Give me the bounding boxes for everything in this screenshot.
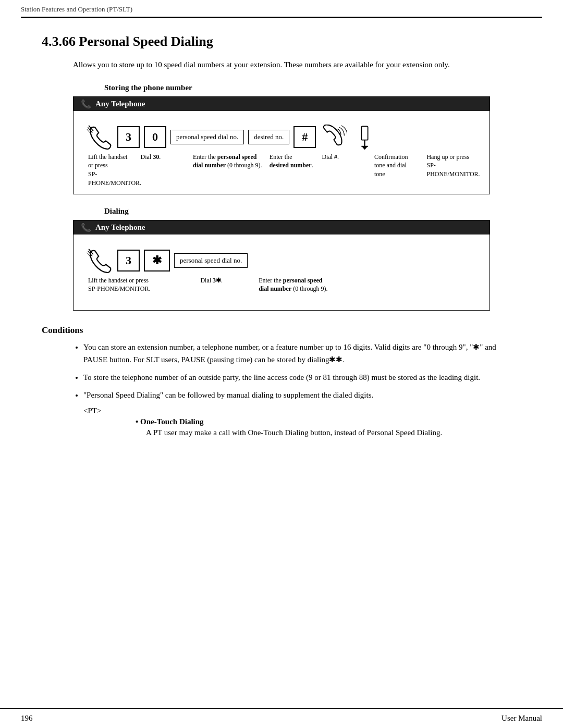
store-subsection-title: Storing the phone number [104,83,521,92]
dial-label-personal: personal speed dial no. [174,253,248,268]
svg-rect-0 [362,126,368,140]
dial-diagram-box: 📞 Any Telephone 3 ✱ personal speed dial … [73,220,490,311]
dial-key-3: 3 [117,250,140,272]
store-icons-row: 3 0 personal speed dial no. desired no. … [74,117,489,152]
page-number: 196 [21,714,33,723]
dial-caption-2: Enter the personal speeddial number (0 t… [256,276,477,294]
intro-text: Allows you to store up to 10 speed dial … [73,59,521,71]
store-caption-4: Dial #. [320,153,372,188]
store-captions-row: Lift the handsetor pressSP-PHONE/MONITOR… [74,152,489,188]
condition-item-1: To store the telephone number of an outs… [83,371,521,384]
phone-icon-dial: 📞 [81,223,91,232]
store-caption-0: Lift the handsetor pressSP-PHONE/MONITOR… [86,153,139,188]
store-key-3: 3 [117,126,140,148]
pt-section: <PT> • One-Touch Dialing A PT user may m… [83,406,521,439]
condition-item-2: "Personal Speed Dialing" can be followed… [83,389,521,401]
store-caption-2: Enter the personal speeddial number (0 t… [191,153,267,188]
one-touch-title: • One-Touch Dialing [136,417,521,426]
store-diagram-box: 📞 Any Telephone 3 0 personal speed dial … [73,96,490,194]
store-caption-3: Enter thedesired number. [267,153,320,188]
dial-caption-0: Lift the handset or pressSP-PHONE/MONITO… [86,276,198,294]
conditions-list: You can store an extension number, a tel… [83,341,521,401]
dial-bar-label: Any Telephone [95,223,145,232]
one-touch-title-text: One-Touch Dialing [140,417,204,426]
hangup-icon-store [351,125,378,150]
store-caption-5: Confirmationtone and dialtone [372,153,425,188]
pt-label: <PT> [83,406,521,415]
store-caption-1: Dial 30. [139,153,191,188]
store-key-hash: # [293,126,316,148]
store-caption-6: Hang up or pressSP-PHONE/MONITOR. [424,153,477,188]
one-touch-text: A PT user may make a call with One-Touch… [146,426,521,439]
section-name: Personal Speed Dialing [79,34,213,49]
dial-subsection-title: Dialing [104,207,521,216]
page-footer: 196 User Manual [0,708,563,728]
section-title: 4.3.66 Personal Speed Dialing [42,34,521,50]
dial-any-telephone-bar: 📞 Any Telephone [74,220,489,235]
conditions-title: Conditions [42,325,521,336]
dial-caption-1: Dial 3✱. [198,276,256,294]
breadcrumb: Station Features and Operation (PT/SLT) [0,0,563,17]
dial-icons-row: 3 ✱ personal speed dial no. [74,241,489,275]
manual-label: User Manual [501,714,542,723]
handset-icon-dial [86,248,113,273]
store-bar-label: Any Telephone [95,100,145,108]
store-key-0: 0 [144,126,166,148]
section-number: 4.3.66 [42,34,76,49]
dial-key-star: ✱ [144,250,170,272]
store-label-personal: personal speed dial no. [170,130,244,144]
store-any-telephone-bar: 📞 Any Telephone [74,97,489,111]
store-label-desired: desired no. [248,130,289,144]
phone-ringing-icon-store [320,125,347,150]
dial-captions-row: Lift the handset or pressSP-PHONE/MONITO… [74,275,489,294]
phone-icon-store: 📞 [81,99,91,109]
handset-icon-store [86,125,113,150]
condition-item-0: You can store an extension number, a tel… [83,341,521,366]
